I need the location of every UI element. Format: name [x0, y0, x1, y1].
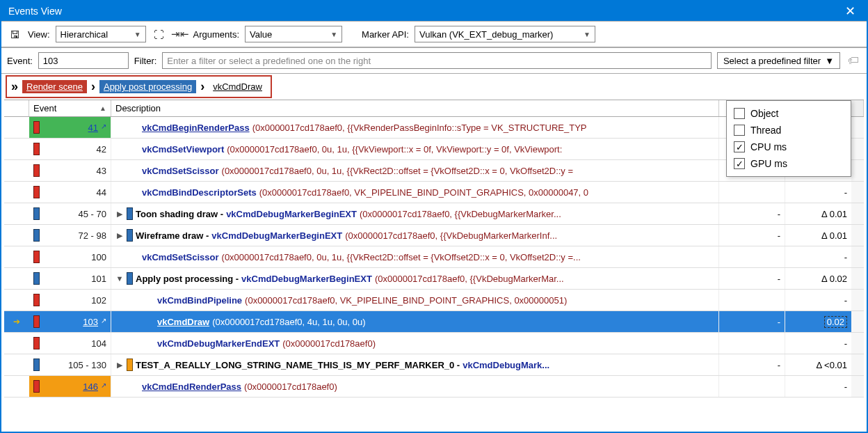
description-cell: vkCmdEndRenderPass(0x0000017cd178aef0)	[111, 376, 719, 397]
marker-icon	[33, 251, 40, 263]
marker-icon	[33, 294, 40, 306]
description-cell: ▼ Apply post processing - vkCmdDebugMark…	[111, 268, 719, 289]
save-icon[interactable]: 🖫	[7, 26, 22, 42]
description-cell: vkCmdSetScissor(0x0000017cd178aef0, 0u, …	[111, 160, 719, 181]
tags-icon[interactable]: 🏷	[846, 53, 861, 68]
cpu-cell	[719, 290, 785, 310]
cpu-cell	[719, 182, 785, 203]
function-name[interactable]: vkCmdBeginRenderPass	[142, 123, 250, 133]
event-id-cell: 146↗	[29, 376, 111, 397]
table-row[interactable]: ➔103↗vkCmdDraw(0x0000017cd178aef0, 4u, 1…	[4, 311, 864, 333]
marker-icon	[33, 164, 40, 177]
collapse-icon[interactable]: ⇥⇤	[172, 26, 188, 42]
function-name[interactable]: vkCmdDraw	[157, 317, 209, 327]
function-name[interactable]: vkCmdEndRenderPass	[142, 381, 241, 392]
chevron-right-icon: ›	[200, 79, 204, 94]
marker-icon	[33, 121, 40, 134]
cpu-cell: -	[719, 268, 785, 289]
table-row[interactable]: 104vkCmdDebugMarkerEndEXT(0x0000017cd178…	[4, 333, 864, 354]
arguments-select[interactable]: Value ▼	[245, 26, 342, 42]
checkbox-icon[interactable]: ✓	[734, 158, 745, 169]
row-gutter	[4, 139, 29, 159]
predefined-filter-select[interactable]: Select a predefined filter ▼	[717, 52, 840, 69]
checkbox-icon[interactable]: ✓	[734, 141, 745, 152]
table-row[interactable]: 72 - 98▶ Wireframe draw - vkCmdDebugMark…	[4, 225, 864, 246]
table-row[interactable]: 44vkCmdBindDescriptorSets(0x0000017cd178…	[4, 182, 864, 203]
description-cell: ▶ Wireframe draw - vkCmdDebugMarkerBegin…	[111, 225, 719, 246]
gpu-cell: Δ 0.01	[785, 225, 851, 246]
filter-input[interactable]	[162, 52, 712, 69]
checkbox-icon[interactable]	[734, 108, 745, 119]
event-label: Event:	[7, 56, 33, 66]
table-row[interactable]: 45 - 70▶ Toon shading draw - vkCmdDebugM…	[4, 203, 864, 225]
event-id-cell: 101	[29, 268, 111, 289]
breadcrumb-apply-post[interactable]: Apply post processing	[99, 80, 196, 93]
breadcrumb-vkcmddraw[interactable]: vkCmdDraw	[209, 80, 266, 93]
table-row[interactable]: 101▼ Apply post processing - vkCmdDebugM…	[4, 268, 864, 290]
function-name: vkCmdDebugMark...	[463, 360, 549, 370]
event-id-link[interactable]: 103	[83, 317, 98, 327]
event-id-link[interactable]: 41	[88, 123, 98, 133]
table-row[interactable]: 102vkCmdBindPipeline(0x0000017cd178aef0,…	[4, 290, 864, 311]
gpu-cell: -	[785, 333, 851, 354]
marker-icon	[127, 359, 133, 371]
external-link-icon: ↗	[101, 123, 106, 130]
close-icon[interactable]: ✕	[836, 1, 864, 21]
row-gutter	[4, 246, 29, 267]
event-id-link[interactable]: 146	[83, 381, 98, 392]
row-gutter	[4, 117, 29, 138]
col-event[interactable]: Event ▲	[29, 100, 111, 116]
table-row[interactable]: 100vkCmdSetScissor(0x0000017cd178aef0, 0…	[4, 246, 864, 268]
marker-api-select[interactable]: Vulkan (VK_EXT_debug_marker) ▼	[415, 26, 595, 42]
checkbox-icon[interactable]	[734, 125, 745, 136]
description-cell: ▶ Toon shading draw - vkCmdDebugMarkerBe…	[111, 203, 719, 224]
marker-label: Apply post processing -	[136, 274, 239, 284]
event-input[interactable]	[38, 52, 129, 69]
column-toggle-option[interactable]: ✓CPU ms	[734, 139, 844, 155]
column-toggle-option[interactable]: Thread	[734, 122, 844, 139]
row-gutter	[4, 376, 29, 397]
cpu-cell	[719, 246, 785, 267]
row-gutter	[4, 268, 29, 289]
event-id-cell: 42	[29, 139, 111, 159]
row-gutter	[4, 182, 29, 203]
scrollbar-track[interactable]	[851, 100, 864, 116]
scroll-gutter	[851, 139, 864, 159]
cpu-cell: -	[719, 311, 785, 332]
disclosure-icon[interactable]: ▶	[115, 231, 124, 240]
expand-icon[interactable]: ⛶	[152, 26, 167, 42]
scroll-gutter	[851, 376, 864, 397]
description-cell: ▶ TEST_A_REALLY_LONG_STRING_NAME_THIS_IS…	[111, 354, 719, 375]
event-id: 43	[97, 166, 106, 176]
scroll-gutter	[851, 290, 864, 310]
event-id: 104	[91, 338, 106, 349]
marker-icon	[33, 207, 40, 220]
option-label: Object	[750, 108, 778, 119]
disclosure-icon[interactable]: ▶	[115, 361, 124, 370]
row-gutter	[4, 225, 29, 246]
filter-label: Filter:	[134, 56, 157, 66]
disclosure-icon[interactable]: ▼	[115, 274, 124, 283]
gpu-cell: Δ <0.01	[785, 354, 851, 375]
marker-icon	[33, 315, 40, 328]
marker-icon	[33, 380, 40, 393]
column-toggle-option[interactable]: Object	[734, 105, 844, 122]
disclosure-icon[interactable]: ▶	[115, 210, 124, 219]
table-row[interactable]: 105 - 130▶ TEST_A_REALLY_LONG_STRING_NAM…	[4, 354, 864, 376]
chevron-double-icon[interactable]: »	[11, 79, 18, 94]
option-label: CPU ms	[750, 141, 787, 152]
table-row[interactable]: 146↗vkCmdEndRenderPass(0x0000017cd178aef…	[4, 376, 864, 397]
view-select[interactable]: Hierarchical ▼	[56, 26, 146, 42]
column-toggle-option[interactable]: ✓GPU ms	[734, 155, 844, 172]
breadcrumb-render-scene[interactable]: Render scene	[22, 80, 87, 93]
function-name: vkCmdBindPipeline	[157, 295, 242, 306]
external-link-icon: ↗	[101, 317, 106, 324]
event-id-cell: 72 - 98	[29, 225, 111, 246]
marker-api-label: Marker API:	[362, 29, 409, 40]
marker-icon	[127, 229, 133, 242]
row-gutter	[4, 290, 29, 310]
call-args: (0x0000017cd178aef0, {{VkRenderPassBegin…	[252, 123, 587, 133]
scroll-gutter	[851, 268, 864, 289]
call-args: (0x0000017cd178aef0, 0u, 1u, {{VkRect2D:…	[222, 252, 581, 262]
col-description[interactable]: Description	[111, 100, 719, 116]
